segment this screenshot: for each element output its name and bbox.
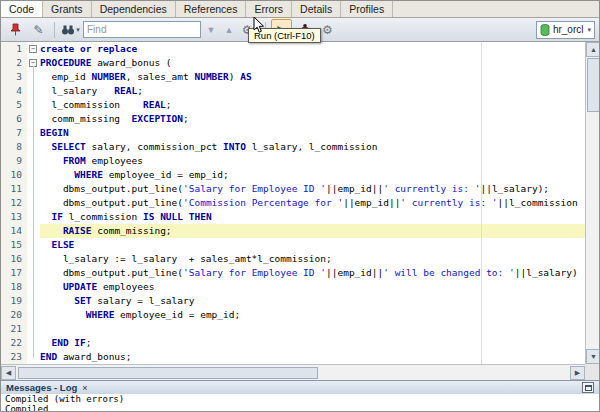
code-text[interactable]: WHERE employee_id = emp_id; (40, 168, 585, 182)
log-line: Compiled (with errors) (5, 394, 595, 404)
line-number: 16 (1, 252, 27, 266)
vertical-scroll-thumb[interactable] (587, 58, 600, 112)
code-line[interactable]: 11 dbms_output.put_line('Salary for Empl… (1, 182, 585, 196)
code-line[interactable]: 15 ELSE (1, 238, 585, 252)
code-text[interactable]: dbms_output.put_line('Commission Percent… (40, 196, 585, 210)
line-number: 15 (1, 238, 27, 252)
code-editor[interactable]: 1−create or replace2−PROCEDURE award_bon… (1, 42, 585, 364)
horizontal-scroll-thumb[interactable] (18, 367, 318, 379)
code-line[interactable]: 3 emp_id NUMBER, sales_amt NUMBER) AS (1, 70, 585, 84)
fold-margin[interactable]: − (27, 42, 40, 56)
messages-log-title: Messages - Log (6, 382, 77, 393)
find-input[interactable] (83, 21, 201, 38)
right-margin-guide (481, 42, 482, 364)
code-text[interactable]: END IF; (40, 336, 585, 350)
messages-log-header[interactable]: Messages - Log × (1, 381, 599, 394)
code-text[interactable]: PROCEDURE award_bonus ( (40, 56, 585, 70)
code-text[interactable]: comm_missing EXCEPTION; (40, 112, 585, 126)
code-line[interactable]: 20 WHERE employee_id = emp_id; (1, 308, 585, 322)
tab-details[interactable]: Details (292, 1, 341, 17)
code-line[interactable]: 2−PROCEDURE award_bonus ( (1, 56, 585, 70)
freeze-pin-button[interactable] (5, 19, 26, 40)
code-fold-scope-line (33, 66, 34, 358)
line-number: 20 (1, 308, 27, 322)
tab-grants[interactable]: Grants (43, 1, 92, 17)
code-text[interactable]: SELECT salary, commission_pct INTO l_sal… (40, 140, 585, 154)
scroll-up-button[interactable]: ▲ (586, 42, 600, 57)
find-next-button[interactable]: ▼ (203, 19, 219, 40)
code-lines: 1−create or replace2−PROCEDURE award_bon… (1, 42, 585, 364)
tab-dependencies[interactable]: Dependencies (92, 1, 176, 17)
line-number: 1 (1, 42, 27, 56)
horizontal-scrollbar[interactable]: ◀ ▶ (1, 364, 585, 380)
code-line[interactable]: 21 (1, 322, 585, 336)
code-text[interactable]: RAISE comm_missing; (40, 224, 585, 238)
gear-icon: ⚙ (322, 23, 333, 37)
code-line[interactable]: 10 WHERE employee_id = emp_id; (1, 168, 585, 182)
code-line[interactable]: 7BEGIN (1, 126, 585, 140)
code-text[interactable]: WHERE employee_id = emp_id; (40, 308, 585, 322)
database-icon (540, 24, 550, 36)
code-text[interactable]: ELSE (40, 238, 585, 252)
toolbar-separator (54, 22, 55, 38)
mouse-cursor-icon (253, 16, 265, 34)
restore-window-icon[interactable] (582, 382, 594, 393)
fold-collapse-icon[interactable]: − (29, 45, 37, 53)
code-text[interactable]: BEGIN (40, 126, 585, 140)
code-line[interactable]: 9 FROM employees (1, 154, 585, 168)
line-number: 17 (1, 266, 27, 280)
code-text[interactable] (40, 322, 585, 336)
scroll-left-button[interactable]: ◀ (1, 366, 16, 380)
tab-references[interactable]: References (176, 1, 247, 17)
log-line: Compiled (5, 404, 595, 412)
messages-log-panel: Messages - Log × Compiled (with errors) … (1, 380, 599, 412)
code-text[interactable]: END award_bonus; (40, 350, 585, 364)
scroll-down-button[interactable]: ▼ (586, 349, 600, 364)
code-line[interactable]: 8 SELECT salary, commission_pct INTO l_s… (1, 140, 585, 154)
tab-code[interactable]: Code (1, 1, 43, 17)
close-icon[interactable]: × (82, 383, 87, 393)
code-line[interactable]: 1−create or replace (1, 42, 585, 56)
line-number: 21 (1, 322, 27, 336)
find-options-button[interactable]: ▾ (60, 19, 81, 40)
edit-button[interactable]: ✎ (28, 19, 49, 40)
messages-log-body: Compiled (with errors) Compiled (1, 394, 599, 412)
code-text[interactable]: l_salary := l_salary + sales_amt*l_commi… (40, 252, 585, 266)
code-line[interactable]: 23END award_bonus; (1, 350, 585, 364)
editor-tab-bar: Code Grants Dependencies References Erro… (1, 1, 599, 18)
tab-profiles[interactable]: Profiles (341, 1, 393, 17)
line-number: 11 (1, 182, 27, 196)
line-number: 14 (1, 224, 27, 238)
code-text[interactable]: emp_id NUMBER, sales_amt NUMBER) AS (40, 70, 585, 84)
code-text[interactable]: UPDATE employees (40, 280, 585, 294)
code-line[interactable]: 17 dbms_output.put_line('Salary for Empl… (1, 266, 585, 280)
find-previous-button[interactable]: ▲ (221, 19, 237, 40)
code-line[interactable]: 12 dbms_output.put_line('Commission Perc… (1, 196, 585, 210)
code-text[interactable]: l_salary REAL; (40, 84, 585, 98)
code-line[interactable]: 13 IF l_commission IS NULL THEN (1, 210, 585, 224)
code-text[interactable]: create or replace (40, 42, 585, 56)
line-number: 2 (1, 56, 27, 70)
code-text[interactable]: IF l_commission IS NULL THEN (40, 210, 585, 224)
line-number: 4 (1, 84, 27, 98)
code-line[interactable]: 18 UPDATE employees (1, 280, 585, 294)
vertical-scrollbar[interactable]: ▲ ▼ (585, 42, 600, 364)
code-line[interactable]: 5 l_commission REAL; (1, 98, 585, 112)
arrow-down-icon: ▼ (207, 25, 216, 35)
code-text[interactable]: dbms_output.put_line('Salary for Employe… (40, 266, 585, 280)
scroll-right-button[interactable]: ▶ (570, 366, 585, 380)
code-line[interactable]: 6 comm_missing EXCEPTION; (1, 112, 585, 126)
code-line[interactable]: 16 l_salary := l_salary + sales_amt*l_co… (1, 252, 585, 266)
code-line[interactable]: 19 SET salary = l_salary (1, 294, 585, 308)
code-line[interactable]: 14 RAISE comm_missing; (1, 224, 585, 238)
code-text[interactable]: FROM employees (40, 154, 585, 168)
line-number: 9 (1, 154, 27, 168)
code-text[interactable]: l_commission REAL; (40, 98, 585, 112)
code-line[interactable]: 4 l_salary REAL; (1, 84, 585, 98)
code-line[interactable]: 22 END IF; (1, 336, 585, 350)
connection-label: hr_orcl (553, 24, 584, 35)
code-text[interactable]: dbms_output.put_line('Salary for Employe… (40, 182, 585, 196)
code-text[interactable]: SET salary = l_salary (40, 294, 585, 308)
tab-errors[interactable]: Errors (246, 1, 292, 17)
connection-selector[interactable]: hr_orcl ▾ (536, 21, 595, 39)
